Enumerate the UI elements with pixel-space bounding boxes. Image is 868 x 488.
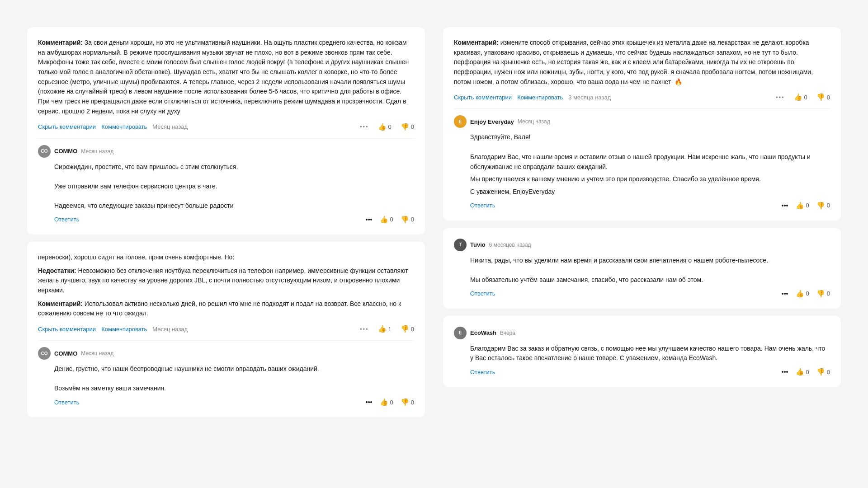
reply-line-1-2: Надеемся, что следующие заказы принесут … [54, 201, 414, 211]
review-card-2-right: T Tuvio 6 месяцев назад Никита, рады, чт… [443, 228, 841, 309]
dislike-count-1: 0 [411, 123, 414, 130]
ecowash-more[interactable]: ••• [782, 368, 788, 375]
ecowash-dislike-count: 0 [827, 369, 830, 375]
dislike-group-2: 👎 0 [401, 325, 414, 333]
comment-link-1[interactable]: Комментировать [101, 123, 147, 130]
reply-more-2[interactable]: ••• [366, 399, 373, 406]
review-card-2-left: переноски), хорошо сидят на голове, прям… [27, 242, 425, 417]
недостатки-label: Недостатки: [38, 267, 76, 274]
reply-more-1[interactable]: ••• [366, 216, 373, 223]
reply-block-2: CO COMMO Месяц назад Денис, грустно, что… [38, 340, 414, 406]
reply-like-btn-r1[interactable]: 👍 [796, 202, 804, 210]
reply-link-1[interactable]: Ответить [54, 216, 80, 223]
tuvio-dislike-btn[interactable]: 👎 [816, 290, 825, 298]
tuvio-like: 👍 0 [796, 290, 809, 298]
reply-avatar-2: CO [38, 347, 51, 360]
like-count-r1: 0 [804, 94, 807, 101]
comment-time-1: Месяц назад [152, 123, 188, 130]
reply-line-1-0: Сирожиддин, простите, что вам пришлось с… [54, 162, 414, 172]
hide-comments-link-1[interactable]: Скрыть комментарии [38, 123, 96, 130]
review-text-1: Комментарий: За свои деньги хороши, но э… [38, 38, 414, 117]
comment-actions-2: Скрыть комментарии Комментировать Месяц … [38, 325, 414, 333]
tuvio-dislike: 👎 0 [816, 290, 830, 298]
reply-name-1: COMMO [54, 148, 77, 155]
reply-dislike-btn-1[interactable]: 👎 [401, 216, 409, 224]
dislike-group-1: 👎 0 [401, 123, 414, 131]
hide-comments-link-2[interactable]: Скрыть комментарии [38, 326, 96, 333]
dislike-btn-1[interactable]: 👎 [401, 123, 409, 131]
like-count-2: 1 [388, 326, 392, 333]
reply-name-r1: Enjoy Everyday [470, 118, 514, 125]
reply-actions-2: Ответить ••• 👍 0 👎 0 [54, 398, 414, 406]
tuvio-more[interactable]: ••• [782, 290, 788, 297]
reply-dislike-btn-2[interactable]: 👎 [401, 398, 409, 406]
avatar-text-1: CO [41, 149, 48, 154]
reply-name-2: COMMO [54, 350, 77, 357]
review-text-2: переноски), хорошо сидят на голове, прям… [38, 253, 414, 319]
reply-dislike-r1: 👎 0 [816, 202, 830, 210]
hide-comments-link-r1[interactable]: Скрыть комментарии [454, 94, 512, 101]
tuvio-reply-link[interactable]: Ответить [470, 290, 495, 297]
like-group-1: 👍 0 [378, 123, 392, 131]
reply-actions-r1: Ответить ••• 👍 0 👎 0 [470, 202, 830, 210]
tuvio-name: Tuvio [470, 241, 486, 248]
reply-header-2: CO COMMO Месяц назад [38, 347, 414, 360]
like-group-2: 👍 1 [378, 325, 392, 333]
like-btn-1[interactable]: 👍 [378, 123, 387, 131]
review-card-3-right: E EcoWash Вчера Благодарим Вас за заказ … [443, 316, 841, 387]
emoji-r1: 🔥 [675, 78, 682, 85]
dislike-btn-r1[interactable]: 👎 [816, 93, 825, 101]
reply-link-2[interactable]: Ответить [54, 399, 80, 406]
more-options-2[interactable]: ••• [360, 326, 369, 333]
like-group-r1: 👍 0 [794, 93, 807, 101]
reply-like-count-r1: 0 [806, 202, 809, 209]
reply-like-btn-1[interactable]: 👍 [380, 216, 388, 224]
reply-like-1: 👍 0 [380, 216, 393, 224]
card2-intro: переноски), хорошо сидят на голове, прям… [38, 253, 414, 263]
comment-label-r1: Комментарий: [454, 39, 499, 46]
review-card-1-right: Комментарий: измените способ открывания,… [443, 27, 841, 221]
tuvio-like-btn[interactable]: 👍 [796, 290, 804, 298]
reply-r1-greeting: Здравствуйте, Валя! [470, 132, 830, 142]
reply-like-btn-2[interactable]: 👍 [380, 398, 388, 406]
reply-r1-line-1: Мы прислушаемся к вашему мнению и учтем … [470, 174, 830, 184]
like-btn-2[interactable]: 👍 [378, 325, 387, 333]
like-count-1: 0 [388, 123, 392, 130]
like-btn-r1[interactable]: 👍 [794, 93, 802, 101]
reply-block-r1: E Enjoy Everyday Месяц назад Здравствуйт… [454, 108, 830, 209]
reply-time-1: Месяц назад [81, 148, 113, 155]
comment-link-r1[interactable]: Комментировать [517, 94, 563, 101]
reply-dislike-btn-r1[interactable]: 👎 [816, 202, 825, 210]
more-options-r1[interactable]: ••• [776, 94, 785, 101]
comment-body-r1: измените способ открывания, сейчас этих … [454, 39, 813, 85]
tuvio-actions: Ответить ••• 👍 0 👎 0 [470, 290, 830, 298]
ecowash-like-btn[interactable]: 👍 [796, 368, 804, 376]
ecowash-dislike-btn[interactable]: 👎 [816, 368, 825, 376]
reply-block-1: CO COMMO Месяц назад Сирожиддин, простит… [38, 138, 414, 224]
ecowash-like: 👍 0 [796, 368, 809, 376]
card2-комментарий: Комментарий: Использовал активно несколь… [38, 299, 414, 319]
dislike-group-r1: 👎 0 [816, 93, 830, 101]
reply-header-1: CO COMMO Месяц назад [38, 145, 414, 158]
reply-header-r1: E Enjoy Everyday Месяц назад [454, 115, 830, 128]
more-options-1[interactable]: ••• [360, 123, 369, 130]
reply-link-r1[interactable]: Ответить [470, 202, 495, 209]
comment-link-2[interactable]: Комментировать [101, 326, 147, 333]
avatar-text-2: CO [41, 351, 48, 356]
reply-text-r1: Здравствуйте, Валя! Благодарим Вас, что … [470, 132, 830, 197]
page: Комментарий: За свои деньги хороши, но э… [0, 0, 868, 488]
reply-dislike-2: 👎 0 [401, 398, 414, 406]
dislike-btn-2[interactable]: 👎 [401, 325, 409, 333]
tuvio-text: Никита, рады, что вы уделили нам время и… [470, 256, 830, 285]
ecowash-reply-link[interactable]: Ответить [470, 369, 495, 375]
tuvio-avatar: T [454, 239, 467, 251]
ecowash-time: Вчера [500, 330, 515, 336]
tuvio-header: T Tuvio 6 месяцев назад [454, 239, 830, 251]
reply-like-count-2: 0 [390, 399, 393, 406]
tuvio-line-1: Мы обязательно учтём ваши замечания, спа… [470, 275, 830, 285]
reply-dislike-1: 👎 0 [401, 216, 414, 224]
reply-dislike-count-r1: 0 [827, 202, 830, 209]
reply2-line-1: Возьмём на заметку ваши замечания. [54, 384, 414, 394]
card2-недостатки: Недостатки: Невозможно без отключения но… [38, 266, 414, 296]
reply-more-r1[interactable]: ••• [782, 202, 788, 209]
